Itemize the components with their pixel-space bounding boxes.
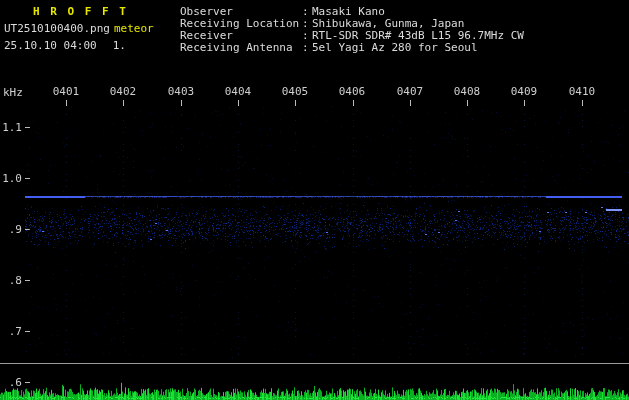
info-value: 5el Yagi Az 280 for Seoul	[312, 41, 478, 54]
app-title: H R O F F T	[33, 5, 128, 18]
y-axis-tick-label: .7	[0, 325, 22, 338]
x-axis-tick-label: 0403	[161, 85, 201, 98]
x-axis-tick-label: 0407	[390, 85, 430, 98]
colon: :	[302, 41, 312, 54]
output-filename: UT2510100400.png	[4, 22, 110, 35]
x-axis-tick-label: 0405	[275, 85, 315, 98]
x-axis-tick-label: 0408	[447, 85, 487, 98]
x-axis-tick-label: 0401	[46, 85, 86, 98]
x-axis-tick-label: 0406	[332, 85, 372, 98]
echo-count: 1.	[113, 39, 126, 52]
hrofft-window: H R O F F T UT2510100400.pngmeteor 25.10…	[0, 0, 629, 400]
info-label: Receiving Antenna	[180, 41, 302, 54]
x-axis-tick-label: 0402	[103, 85, 143, 98]
y-axis-tick-label: .9	[0, 223, 22, 236]
y-axis-tick-label: 1.1	[0, 121, 22, 134]
info-row-antenna: Receiving Antenna:5el Yagi Az 280 for Se…	[180, 41, 478, 54]
mode-label: meteor	[114, 22, 154, 35]
x-axis-tick-label: 0410	[562, 85, 602, 98]
y-axis-tick-label: 1.0	[0, 172, 22, 185]
x-axis-tick-label: 0409	[504, 85, 544, 98]
observation-datetime: 25.10.10 04:00	[4, 39, 97, 52]
spectrogram-plot	[0, 0, 629, 400]
y-axis-unit-label: kHz	[3, 86, 23, 99]
x-axis-tick-label: 0404	[218, 85, 258, 98]
datetime-row: 25.10.10 04:001.	[4, 39, 126, 52]
filename-row: UT2510100400.pngmeteor	[4, 22, 154, 35]
y-axis-tick-label: .8	[0, 274, 22, 287]
y-axis-tick-label: .6	[0, 376, 22, 389]
